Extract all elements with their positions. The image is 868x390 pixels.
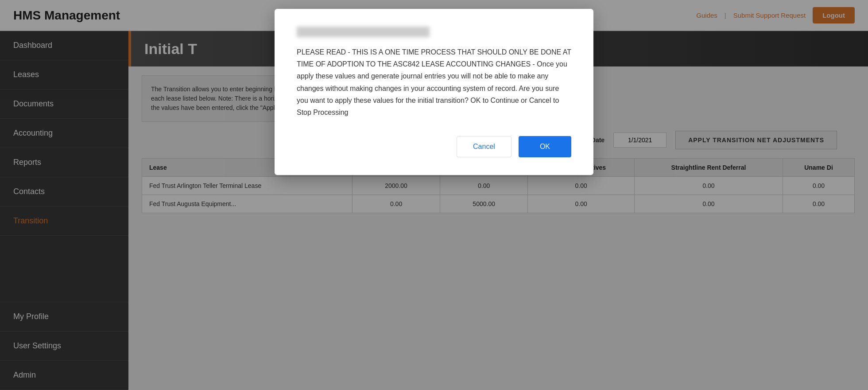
modal-footer: Cancel OK: [297, 136, 571, 157]
modal-blurred-header: [297, 27, 430, 37]
modal-overlay: PLEASE READ - THIS IS A ONE TIME PROCESS…: [0, 0, 868, 390]
modal-dialog: PLEASE READ - THIS IS A ONE TIME PROCESS…: [275, 9, 593, 175]
modal-cancel-button[interactable]: Cancel: [457, 136, 512, 157]
modal-body: PLEASE READ - THIS IS A ONE TIME PROCESS…: [297, 46, 571, 118]
modal-ok-button[interactable]: OK: [519, 136, 571, 157]
